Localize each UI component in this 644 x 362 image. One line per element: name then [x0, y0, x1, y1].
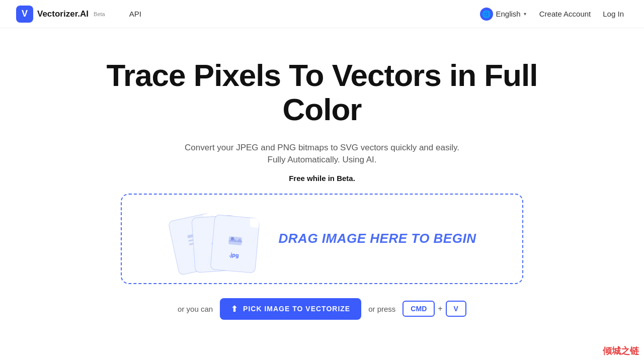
drop-zone[interactable]: .gif .png .jpg DR [121, 194, 523, 284]
hero-title: Trace Pixels To Vectors in Full Color [96, 58, 548, 127]
navbar: V Vectorizer.AI Beta API 🌐 English ▾ Cre… [0, 0, 644, 28]
nav-center: API [129, 10, 141, 19]
globe-icon: 🌐 [480, 8, 493, 21]
file-svg-jpg [225, 229, 246, 249]
drop-zone-text: DRAG IMAGE HERE TO BEGIN [279, 231, 476, 246]
pick-image-button[interactable]: ⬆ PICK IMAGE TO VECTORIZE [220, 298, 361, 320]
kbd-v: V [446, 301, 466, 317]
pick-prefix: or you can [178, 305, 213, 313]
hero-free-label: Free while in Beta. [289, 174, 355, 183]
upload-icon: ⬆ [231, 304, 238, 314]
nav-logo-link[interactable]: V Vectorizer.AI Beta [16, 6, 105, 23]
pick-button-label: PICK IMAGE TO VECTORIZE [243, 305, 350, 313]
hero-subtitle-line2: Fully Automatically. Using AI. [268, 155, 377, 165]
brand-name: Vectorizer.AI [37, 9, 89, 19]
main-content: Trace Pixels To Vectors in Full Color Co… [0, 28, 644, 320]
hero-subtitle-line1: Convert your JPEG and PNG bitmaps to SVG… [185, 141, 459, 154]
kbd-plus-icon: + [438, 304, 442, 313]
file-icons-group: .gif .png .jpg [168, 206, 259, 272]
keyboard-shortcut: CMD + V [403, 301, 466, 317]
login-link[interactable]: Log In [599, 7, 628, 21]
pick-row: or you can ⬆ PICK IMAGE TO VECTORIZE or … [178, 298, 466, 320]
logo-icon: V [16, 6, 33, 23]
beta-badge: Beta [94, 11, 105, 17]
kbd-cmd: CMD [403, 301, 435, 317]
logo-letter: V [22, 9, 28, 19]
file-ext-jpg: .jpg [228, 251, 239, 258]
nav-right: 🌐 English ▾ Create Account Log In [475, 5, 628, 24]
watermark: 倾城之链 [603, 345, 639, 357]
file-corner [250, 218, 260, 228]
language-label: English [496, 10, 521, 18]
or-press-label: or press [368, 305, 395, 313]
api-link[interactable]: API [129, 10, 141, 18]
create-account-link[interactable]: Create Account [535, 7, 595, 21]
file-card-jpg: .jpg [210, 214, 260, 273]
language-selector[interactable]: 🌐 English ▾ [475, 5, 531, 24]
chevron-down-icon: ▾ [524, 11, 526, 17]
